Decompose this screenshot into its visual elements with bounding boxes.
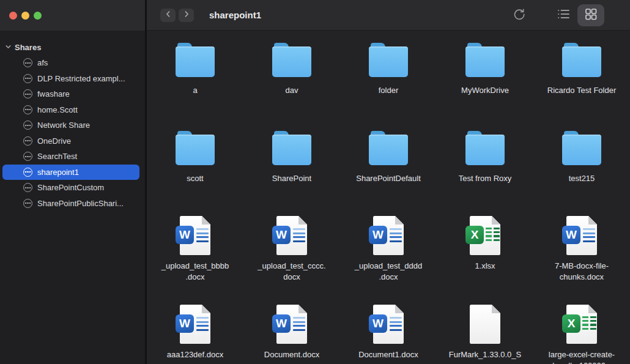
file-item[interactable]: X large-excel-create- handle-100000-r [533, 305, 630, 364]
file-label: large-excel-create- handle-100000-r [549, 349, 615, 364]
file-label: 1.xlsx [475, 261, 495, 272]
file-item[interactable]: X 1.xlsx [437, 216, 533, 283]
forward-button[interactable] [179, 9, 194, 22]
share-circle-ellipsis-icon [23, 74, 32, 83]
share-circle-ellipsis-icon [23, 58, 32, 67]
refresh-button[interactable] [512, 0, 527, 31]
folder-icon [562, 43, 601, 78]
file-item[interactable]: W Document.docx [243, 305, 340, 364]
grid-view-button[interactable] [577, 4, 604, 26]
grid-row: scott SharePoint SharePointDefault Test … [147, 131, 630, 184]
file-label: 7-MB-docx-file- chunks.docx [555, 261, 609, 283]
file-item[interactable]: W _upload_test_dddd .docx [340, 216, 437, 283]
sidebar-section-shares[interactable]: Shares [0, 40, 145, 54]
sidebar-item-label: SharePointPublicShari... [37, 199, 124, 208]
minimize-button[interactable] [21, 12, 29, 20]
word-document-icon: W [369, 305, 408, 344]
share-circle-ellipsis-icon [23, 105, 32, 114]
file-item[interactable]: W aaa123def.docx [147, 305, 243, 364]
word-document-icon: W [272, 305, 311, 344]
list-view-button[interactable] [555, 0, 571, 31]
file-label: _upload_test_bbbb .docx [161, 261, 229, 283]
sidebar-item-home-scott[interactable]: home.Scott [2, 102, 139, 118]
folder-icon [272, 131, 311, 166]
file-grid: a dav folder MyWorkDrive Ricardo Test Fo… [147, 31, 630, 364]
word-document-icon: W [176, 216, 215, 255]
main-panel: sharepoint1 [147, 0, 630, 364]
folder-item[interactable]: SharePointDefault [340, 131, 437, 184]
file-label: Ricardo Test Folder [547, 85, 616, 96]
folder-item[interactable]: folder [340, 43, 437, 96]
sidebar-item-sharepointcustom[interactable]: SharePointCustom [2, 180, 139, 196]
chevron-left-icon [164, 10, 172, 21]
folder-icon [176, 131, 215, 166]
file-item[interactable]: FurMark_1.33.0.0_S [437, 305, 533, 364]
file-item[interactable]: W 7-MB-docx-file- chunks.docx [533, 216, 630, 283]
back-button[interactable] [160, 9, 176, 22]
file-item[interactable]: W _upload_test_bbbb .docx [147, 216, 243, 283]
sidebar-item-label: Network Share [37, 121, 90, 130]
sidebar-item-label: OneDrive [37, 136, 71, 146]
folder-item[interactable]: test215 [533, 131, 630, 184]
file-label: SharePoint [272, 173, 311, 184]
grid-row: W _upload_test_bbbb .docx W _upload_test… [147, 216, 630, 283]
list-view-icon [557, 7, 571, 23]
file-label: MyWorkDrive [461, 85, 509, 96]
folder-icon [465, 43, 505, 78]
sidebar-body: Shares afs DLP Restricted exampl... fwas… [0, 31, 145, 364]
grid-row: W aaa123def.docx W Document.docx W [147, 305, 630, 364]
close-button[interactable] [9, 12, 17, 20]
folder-icon [465, 131, 505, 166]
sidebar-item-sharepointpublicsharing[interactable]: SharePointPublicShari... [2, 196, 139, 212]
sidebar-item-network-share[interactable]: Network Share [2, 117, 139, 133]
grid-view-icon [584, 7, 598, 23]
share-circle-ellipsis-icon [23, 89, 32, 98]
word-document-icon: W [176, 305, 215, 344]
folder-icon [369, 131, 408, 166]
file-label: FurMark_1.33.0.0_S [449, 349, 522, 360]
file-label: a [193, 85, 197, 96]
sidebar-item-label: fwashare [37, 89, 70, 98]
share-circle-ellipsis-icon [23, 199, 32, 208]
zoom-button[interactable] [34, 12, 42, 20]
folder-item[interactable]: Test from Roxy [437, 131, 533, 184]
file-item[interactable]: W Document1.docx [340, 305, 437, 364]
share-circle-ellipsis-icon [23, 152, 32, 161]
file-label: scott [187, 173, 203, 184]
sidebar-section-label: Shares [15, 43, 41, 52]
word-document-icon: W [272, 216, 311, 255]
folder-item[interactable]: dav [243, 43, 340, 96]
sidebar-item-label: home.Scott [37, 105, 78, 114]
folder-item[interactable]: Ricardo Test Folder [533, 43, 630, 96]
file-item[interactable]: W _upload_test_cccc. docx [243, 216, 340, 283]
sidebar-item-label: afs [37, 58, 48, 67]
sidebar-item-label: DLP Restricted exampl... [37, 74, 125, 83]
sidebar-item-sharepoint1[interactable]: sharepoint1 [2, 165, 139, 180]
file-label: Test from Roxy [459, 173, 512, 184]
folder-item[interactable]: scott [147, 131, 243, 184]
file-label: Document1.docx [358, 349, 418, 360]
folder-icon [176, 43, 215, 78]
page-title: sharepoint1 [209, 10, 261, 20]
folder-icon [562, 131, 601, 166]
file-label: aaa123def.docx [167, 349, 224, 360]
file-label: test215 [569, 173, 595, 184]
window-titlebar-left [0, 0, 145, 31]
sidebar: Shares afs DLP Restricted exampl... fwas… [0, 0, 145, 364]
sidebar-item-onedrive[interactable]: OneDrive [2, 133, 139, 149]
sidebar-item-searchtest[interactable]: SearchTest [2, 149, 139, 165]
sidebar-item-fwashare[interactable]: fwashare [2, 86, 139, 102]
folder-item[interactable]: MyWorkDrive [437, 43, 533, 96]
folder-item[interactable]: a [147, 43, 243, 96]
folder-item[interactable]: SharePoint [243, 131, 340, 184]
sidebar-item-afs[interactable]: afs [2, 55, 139, 71]
excel-document-icon: X [465, 216, 505, 255]
share-circle-ellipsis-icon [23, 168, 32, 177]
file-label: SharePointDefault [356, 173, 421, 184]
chevron-right-icon [182, 10, 191, 21]
generic-document-icon [465, 305, 505, 344]
sidebar-item-dlp-restricted[interactable]: DLP Restricted exampl... [2, 71, 139, 87]
share-circle-ellipsis-icon [23, 183, 32, 192]
folder-icon [272, 43, 311, 78]
word-document-icon: W [369, 216, 408, 255]
